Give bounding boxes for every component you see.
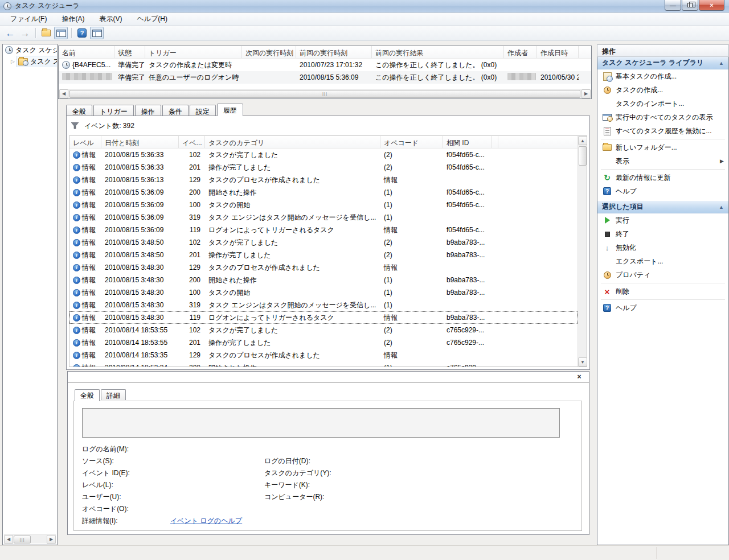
event-row[interactable]: i情報2010/08/15 5:36:33201操作が完了しました(2)f054…	[69, 161, 578, 174]
minimize-button[interactable]: —	[665, 0, 681, 11]
event-row[interactable]: i情報2010/08/15 5:36:09100タスクの開始(1)f054fd6…	[69, 199, 578, 211]
column-header-1[interactable]: 日付と時刻	[101, 136, 179, 148]
event-row[interactable]: i情報2010/08/14 18:53:55201操作が完了しました(2)c76…	[69, 336, 578, 349]
tab-全般[interactable]: 全般	[66, 105, 92, 116]
tab-設定[interactable]: 設定	[190, 105, 216, 116]
menu-item-0[interactable]: ファイル(F)	[5, 13, 52, 26]
tab-トリガー[interactable]: トリガー	[93, 105, 134, 116]
action-[interactable]: ↓無効化	[597, 241, 728, 254]
preview-close-button[interactable]: ×	[575, 373, 583, 381]
event-row[interactable]: i情報2010/08/15 5:36:09200開始された操作(1)f054fd…	[69, 186, 578, 199]
toggle-action-pane-button[interactable]	[90, 27, 104, 39]
event-row[interactable]: i情報2010/08/15 3:48:30200開始された操作(1)b9aba7…	[69, 274, 578, 286]
column-header-6[interactable]: 作成者	[504, 46, 537, 58]
action-[interactable]: すべてのタスク履歴を無効に...	[597, 124, 728, 138]
toggle-console-tree-button[interactable]	[54, 27, 68, 39]
close-button[interactable]: ×	[699, 0, 724, 11]
menu-item-3[interactable]: ヘルプ(H)	[131, 13, 173, 26]
console-root-button[interactable]	[39, 27, 53, 39]
event-row[interactable]: i情報2010/08/15 3:48:30319タスク エンジンはタスク開始のメ…	[69, 299, 578, 311]
tab-操作[interactable]: 操作	[135, 105, 161, 116]
scroll-right-arrow-icon[interactable]: ▶	[581, 89, 591, 98]
tab-履歴[interactable]: 履歴	[217, 104, 243, 116]
action-[interactable]: タスクの作成...	[597, 83, 728, 97]
column-header-7[interactable]: 作成日時	[537, 46, 579, 58]
action-[interactable]: プロパティ	[597, 268, 728, 282]
section-header-0[interactable]: タスク スケジューラ ライブラリ▲	[597, 57, 728, 69]
task-row[interactable]: {B4AFEC5...準備完了タスクの作成または変更時2010/07/23 17…	[59, 59, 591, 71]
event-row[interactable]: i情報2010/08/15 5:36:09119ログオンによってトリガーされるタ…	[69, 224, 578, 236]
scroll-left-arrow-icon[interactable]: ◀	[59, 89, 68, 98]
event-row[interactable]: i情報2010/08/15 3:48:50102タスクが完了しました(2)b9a…	[69, 236, 578, 249]
event-list-vertical-scrollbar[interactable]: ▲ ▼	[578, 136, 587, 367]
scrollbar-thumb[interactable]: |||	[69, 90, 580, 98]
task-row[interactable]: 準備完了任意のユーザーのログオン時2010/08/15 5:36:09この操作を…	[59, 71, 591, 84]
event-row[interactable]: i情報2010/08/15 3:48:50201操作が完了しました(2)b9ab…	[69, 249, 578, 261]
properties-icon	[604, 271, 611, 279]
forward-icon: →	[21, 28, 30, 38]
forward-button[interactable]: →	[18, 27, 32, 39]
action-[interactable]: 終了	[597, 227, 728, 241]
event-row[interactable]: i情報2010/08/14 18:53:35129タスクのプロセスが作成されまし…	[69, 349, 578, 361]
column-header-3[interactable]: タスクのカテゴリ	[205, 136, 380, 148]
column-header-1[interactable]: 状態	[114, 46, 145, 58]
column-header-2[interactable]: イベ...	[179, 136, 205, 148]
help-button[interactable]: ?	[75, 27, 89, 39]
event-description-box[interactable]	[82, 408, 560, 438]
action-[interactable]: ?ヘルプ	[597, 301, 728, 315]
restore-button[interactable]	[682, 0, 698, 11]
menu-item-2[interactable]: 表示(V)	[93, 13, 128, 26]
event-row[interactable]: i情報2010/08/15 5:36:13129タスクのプロセスが作成されました…	[69, 174, 578, 186]
column-header-5[interactable]: 前回の実行結果	[372, 46, 504, 58]
action-[interactable]: タスクのインポート...	[597, 97, 728, 110]
scrollbar-thumb[interactable]	[579, 146, 587, 166]
action-[interactable]: 実行中のすべてのタスクの表示	[597, 110, 728, 124]
event-log-help-link[interactable]: イベント ログのヘルプ	[170, 516, 242, 526]
collapse-chevron-icon[interactable]: ▲	[719, 204, 724, 210]
back-button[interactable]: ←	[3, 27, 17, 39]
action-[interactable]: 表示▶	[597, 154, 728, 168]
preview-tab-詳細[interactable]: 詳細	[101, 389, 126, 400]
section-header-1[interactable]: 選択した項目▲	[597, 201, 728, 213]
event-row[interactable]: i情報2010/08/15 5:36:09319タスク エンジンはタスク開始のメ…	[69, 211, 578, 224]
toolbar-separator	[71, 28, 72, 38]
scroll-up-arrow-icon[interactable]: ▲	[578, 136, 587, 145]
tab-条件[interactable]: 条件	[162, 105, 189, 116]
event-row[interactable]: i情報2010/08/15 3:48:30100タスクの開始(1)b9aba78…	[69, 286, 578, 299]
column-header-0[interactable]: レベル	[69, 136, 101, 148]
event-datetime-cell: 2010/08/15 3:48:30	[101, 314, 179, 322]
tree-root-task-scheduler[interactable]: タスク スケジューラ	[3, 44, 57, 56]
event-row[interactable]: i情報2010/08/15 3:48:30129タスクのプロセスが作成されました…	[69, 261, 578, 274]
action-[interactable]: ×削除	[597, 285, 728, 298]
column-header-5[interactable]: 相関 ID	[443, 136, 492, 148]
menu-item-1[interactable]: 操作(A)	[56, 13, 90, 26]
tree-horizontal-scrollbar[interactable]: ◀ ||| ▶	[4, 534, 56, 543]
scroll-down-arrow-icon[interactable]: ▼	[578, 357, 587, 367]
column-header-2[interactable]: トリガー	[145, 46, 242, 58]
tree-node-task-scheduler-library[interactable]: ▷ タスク スケジューラ ライブラリ	[3, 56, 57, 67]
column-header-3[interactable]: 次回の実行時刻	[242, 46, 296, 58]
action-[interactable]: ?ヘルプ	[597, 184, 728, 198]
scrollbar-thumb[interactable]: |||	[14, 536, 31, 543]
scroll-left-arrow-icon[interactable]: ◀	[4, 535, 13, 544]
task-list-horizontal-scrollbar[interactable]: ◀ ||| ▶	[59, 89, 591, 98]
event-row[interactable]: i情報2010/08/15 5:36:33102タスクが完了しました(2)f05…	[69, 149, 578, 161]
actions-pane: タスク スケジューラ ライブラリ▲基本タスクの作成...タスクの作成...タスク…	[597, 57, 729, 545]
scroll-right-arrow-icon[interactable]: ▶	[47, 535, 56, 544]
pane-splitter[interactable]	[592, 44, 597, 545]
action-[interactable]: ↻最新の情報に更新	[597, 171, 728, 184]
column-header-4[interactable]: 前回の実行時刻	[296, 46, 372, 58]
action-[interactable]: エクスポート...	[597, 254, 728, 268]
action-[interactable]: 基本タスクの作成...	[597, 69, 728, 83]
event-row[interactable]: i情報2010/08/14 18:53:55102タスクが完了しました(2)c7…	[69, 324, 578, 336]
column-header-4[interactable]: オペコード	[380, 136, 443, 148]
action-[interactable]: 新しいフォルダー...	[597, 141, 728, 154]
expand-chevron-icon[interactable]: ▷	[11, 59, 15, 64]
collapse-chevron-icon[interactable]: ▲	[719, 60, 724, 66]
action-[interactable]: 実行	[597, 213, 728, 227]
event-row[interactable]: i情報2010/08/15 3:48:30119ログオンによってトリガーされるタ…	[69, 311, 578, 324]
info-icon: i	[73, 189, 80, 196]
column-header-0[interactable]: 名前	[59, 46, 114, 58]
event-row[interactable]: i情報2010/08/14 18:53:34200開始された操作(1)c765c…	[69, 361, 578, 367]
preview-tab-全般[interactable]: 全般	[75, 389, 100, 401]
